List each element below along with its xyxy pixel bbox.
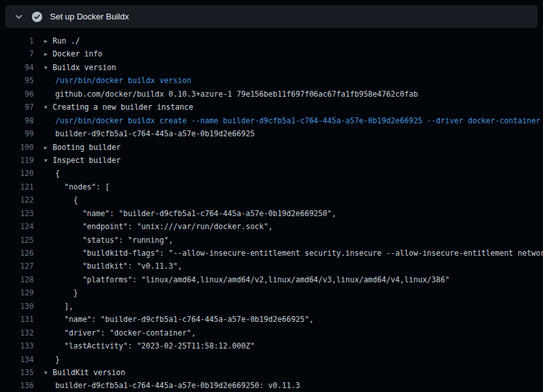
log-line: 123 "name": "builder-d9cfb5a1-c764-445a-… <box>0 207 543 220</box>
log-line: 133 "lastActivity": "2023-02-25T11:58:12… <box>0 339 543 352</box>
log-line: 129 } <box>0 286 543 299</box>
log-command-text: /usr/bin/docker buildx create --name bui… <box>44 114 540 127</box>
log-output-text: "endpoint": "unix:///var/run/docker.sock… <box>44 220 273 233</box>
log-text: builder-d9cfb5a1-c764-445a-a57e-0b19d2e6… <box>55 381 300 390</box>
log-text: ], <box>55 302 73 311</box>
log-group-title: Inspect builder <box>53 156 121 165</box>
line-number[interactable]: 128 <box>0 273 34 286</box>
log-output-text: } <box>44 286 78 299</box>
line-number[interactable]: 97 <box>0 101 34 114</box>
log-group-title: Run ./ <box>53 36 80 45</box>
line-number[interactable]: 133 <box>0 339 34 352</box>
log-text: "buildkit": "v0.11.3", <box>55 262 182 271</box>
line-number[interactable]: 119 <box>0 154 34 167</box>
log-output-text: "lastActivity": "2023-02-25T11:58:12.000… <box>44 339 255 352</box>
line-number[interactable]: 125 <box>0 234 34 247</box>
triangle-down-icon: ▼ <box>44 62 50 75</box>
line-number[interactable]: 129 <box>0 286 34 299</box>
log-group-toggle[interactable]: ▶Booting builder <box>44 141 121 154</box>
line-number[interactable]: 134 <box>0 353 34 366</box>
log-text: github.com/docker/buildx 0.10.3+azure-1 … <box>55 90 418 99</box>
log-group-toggle[interactable]: ▶Run ./ <box>44 34 80 47</box>
line-number[interactable]: 127 <box>0 260 34 273</box>
line-number[interactable]: 135 <box>0 366 34 379</box>
log-line: 7▶Docker info <box>0 47 543 60</box>
line-number[interactable]: 94 <box>0 61 34 74</box>
line-number[interactable]: 132 <box>0 326 34 339</box>
log-group-title: Booting builder <box>53 143 121 152</box>
triangle-down-icon: ▼ <box>44 101 50 114</box>
log-text: "name": "builder-d9cfb5a1-c764-445a-a57e… <box>55 209 336 218</box>
log-command-text: /usr/bin/docker buildx version <box>44 74 191 87</box>
log-line: 124 "endpoint": "unix:///var/run/docker.… <box>0 220 543 233</box>
log-line: 127 "buildkit": "v0.11.3", <box>0 260 543 273</box>
log-group-title: Creating a new builder instance <box>53 103 193 112</box>
line-number[interactable]: 95 <box>0 74 34 87</box>
log-line: 132 "driver": "docker-container", <box>0 326 543 339</box>
actions-log-viewer: { "header": { "title": "Set up Docker Bu… <box>0 0 543 392</box>
log-output-text: { <box>44 193 78 206</box>
log-output-text: "name": "builder-d9cfb5a1-c764-445a-a57e… <box>44 313 314 326</box>
log-text: "lastActivity": "2023-02-25T11:58:12.000… <box>55 341 255 350</box>
line-number[interactable]: 7 <box>0 47 34 60</box>
log-group-toggle[interactable]: ▶Docker info <box>44 47 103 60</box>
triangle-down-icon: ▼ <box>44 154 50 167</box>
log-line: 134} <box>0 353 543 366</box>
log-line: 99builder-d9cfb5a1-c764-445a-a57e-0b19d2… <box>0 127 543 140</box>
log-output-text: ], <box>44 300 73 313</box>
step-title: Set up Docker Buildx <box>50 12 129 21</box>
log-group-toggle[interactable]: ▼Inspect builder <box>44 154 121 167</box>
log-scroll-area[interactable]: 1▶Run ./7▶Docker info94▼Buildx version95… <box>0 28 543 392</box>
log-text: builder-d9cfb5a1-c764-445a-a57e-0b19d2e6… <box>55 129 255 138</box>
log-line: 94▼Buildx version <box>0 61 543 74</box>
triangle-down-icon: ▼ <box>44 367 50 380</box>
log-line: 120{ <box>0 167 543 180</box>
line-number[interactable]: 98 <box>0 114 34 127</box>
line-number[interactable]: 131 <box>0 313 34 326</box>
log-line: 95/usr/bin/docker buildx version <box>0 74 543 87</box>
log-group-toggle[interactable]: ▼Buildx version <box>44 61 116 74</box>
log-group-title: Buildx version <box>53 63 116 72</box>
log-output-text: "buildkitd-flags": "--allow-insecure-ent… <box>44 247 543 260</box>
triangle-right-icon: ▶ <box>44 48 50 61</box>
log-text: "nodes": [ <box>55 182 110 191</box>
line-number[interactable]: 122 <box>0 193 34 206</box>
log-output-text: "platforms": "linux/amd64,linux/amd64/v2… <box>44 273 449 286</box>
log-line: 126 "buildkitd-flags": "--allow-insecure… <box>0 247 543 260</box>
step-header-set-up-docker-buildx[interactable]: Set up Docker Buildx <box>5 5 538 28</box>
line-number[interactable]: 120 <box>0 167 34 180</box>
line-number[interactable]: 100 <box>0 141 34 154</box>
line-number[interactable]: 99 <box>0 127 34 140</box>
log-output-text: github.com/docker/buildx 0.10.3+azure-1 … <box>44 88 418 101</box>
log-text: "status": "running", <box>55 236 173 245</box>
log-text: "endpoint": "unix:///var/run/docker.sock… <box>55 222 273 231</box>
log-group-toggle[interactable]: ▼Creating a new builder instance <box>44 101 193 114</box>
line-number[interactable]: 96 <box>0 88 34 101</box>
log-line: 130 ], <box>0 300 543 313</box>
line-number[interactable]: 130 <box>0 300 34 313</box>
log-line: 119▼Inspect builder <box>0 154 543 167</box>
line-number[interactable]: 124 <box>0 220 34 233</box>
triangle-right-icon: ▶ <box>44 35 50 48</box>
log-text: /usr/bin/docker buildx version <box>55 76 191 85</box>
log-group-title: Docker info <box>53 49 103 58</box>
line-number[interactable]: 1 <box>0 34 34 47</box>
log-text: "name": "builder-d9cfb5a1-c764-445a-a57e… <box>55 315 314 324</box>
log-output-text: "status": "running", <box>44 234 173 247</box>
line-number[interactable]: 121 <box>0 180 34 193</box>
log-group-title: BuildKit version <box>53 368 125 377</box>
log-line: 1▶Run ./ <box>0 34 543 47</box>
line-number[interactable]: 126 <box>0 247 34 260</box>
log-group-toggle[interactable]: ▼BuildKit version <box>44 366 125 379</box>
log-text: "platforms": "linux/amd64,linux/amd64/v2… <box>55 275 449 284</box>
log-line: 98/usr/bin/docker buildx create --name b… <box>0 114 543 127</box>
log-output-text: builder-d9cfb5a1-c764-445a-a57e-0b19d2e6… <box>44 127 255 140</box>
log-line: 125 "status": "running", <box>0 234 543 247</box>
log-output-text: { <box>44 167 60 180</box>
triangle-right-icon: ▶ <box>44 141 50 154</box>
line-number[interactable]: 136 <box>0 379 34 392</box>
log-line: 100▶Booting builder <box>0 141 543 154</box>
chevron-down-icon[interactable] <box>14 12 23 21</box>
log-line: 128 "platforms": "linux/amd64,linux/amd6… <box>0 273 543 286</box>
line-number[interactable]: 123 <box>0 207 34 220</box>
